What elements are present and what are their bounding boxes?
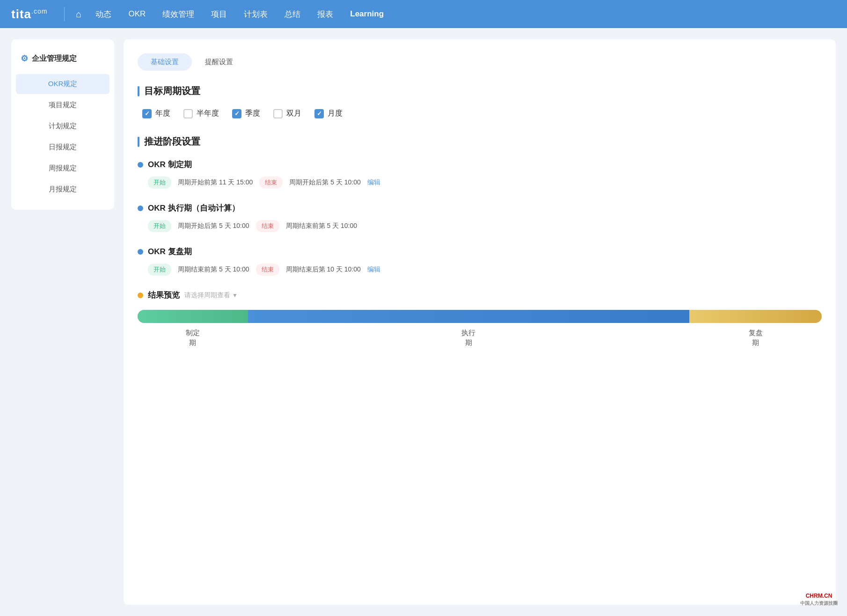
checkbox-bimonth[interactable]: 双月: [273, 109, 301, 118]
phase-formulation-end-text: 周期开始后第 5 天 10:00: [289, 178, 361, 187]
nav-item-baobiao[interactable]: 报表: [309, 0, 342, 28]
phase-review-dot: [138, 249, 143, 255]
phase-review-title: OKR 复盘期: [138, 246, 822, 257]
phase-review-end-text: 周期结束后第 10 天 10:00: [286, 265, 361, 274]
section-bar-icon: [138, 86, 139, 96]
phase-execution-row: 开始 周期开始后第 5 天 10:00 结束 周期结束前第 5 天 10:00: [138, 220, 822, 232]
nav-item-dongtai[interactable]: 动态: [87, 0, 120, 28]
sidebar-item-plan[interactable]: 计划规定: [16, 116, 110, 136]
result-preview-row: 结果预览 请选择周期查看 ▼: [138, 290, 822, 301]
result-select-placeholder: 请选择周期查看: [184, 291, 230, 300]
nav-item-learning[interactable]: Learning: [342, 0, 392, 28]
phase-execution-start-text: 周期开始后第 5 天 10:00: [178, 222, 249, 230]
progress-labels: 制定 期 执行 期 复盘 期: [138, 328, 822, 347]
phase-execution-dot: [138, 205, 143, 211]
checkbox-bimonth-box: [273, 109, 283, 118]
checkbox-annual[interactable]: ✓ 年度: [142, 109, 170, 118]
checkbox-halfyear-box: [183, 109, 193, 118]
phase-review-row: 开始 周期结束前第 5 天 10:00 结束 周期结束后第 10 天 10:00…: [138, 264, 822, 276]
sidebar-title: 企业管理规定: [32, 54, 77, 64]
phase-review-start-text: 周期结束前第 5 天 10:00: [178, 265, 249, 274]
phase-formulation-start-text: 周期开始前第 11 天 15:00: [178, 178, 253, 187]
phase-execution-end-badge: 结束: [256, 220, 279, 232]
nav-item-xiangmu[interactable]: 项目: [203, 0, 235, 28]
phase-formulation-start-badge: 开始: [148, 176, 171, 189]
phase-formulation-edit[interactable]: 编辑: [367, 178, 380, 187]
progress-segment-review: [689, 310, 822, 323]
checkbox-halfyear-label: 半年度: [197, 109, 219, 118]
progress-segment-execution: [248, 310, 689, 323]
progress-label-review: 复盘 期: [689, 328, 822, 347]
logo-text: tita: [11, 7, 31, 21]
sidebar-item-monthly[interactable]: 月报规定: [16, 179, 110, 199]
nav-item-zongjie[interactable]: 总结: [276, 0, 309, 28]
checkbox-monthly[interactable]: ✓ 月度: [314, 109, 343, 118]
watermark: CHRM.CN 中国人力资源技圈: [800, 592, 838, 607]
phase-review: OKR 复盘期 开始 周期结束前第 5 天 10:00 结束 周期结束后第 10…: [138, 246, 822, 276]
phase-execution-title: OKR 执行期（自动计算）: [138, 203, 822, 213]
cycle-section: 目标周期设置 ✓ 年度 半年度 ✓ 季度: [138, 85, 822, 118]
nav-divider: [64, 7, 65, 21]
nav-item-jihuabiao[interactable]: 计划表: [235, 0, 276, 28]
progress-bar: [138, 310, 822, 323]
checkbox-bimonth-label: 双月: [286, 109, 301, 118]
nav-item-jixiao[interactable]: 绩效管理: [154, 0, 203, 28]
checkbox-row: ✓ 年度 半年度 ✓ 季度 双月: [138, 109, 822, 118]
chevron-down-icon: ▼: [232, 292, 238, 299]
phase-execution-start-badge: 开始: [148, 220, 171, 232]
tab-reminder-settings[interactable]: 提醒设置: [192, 53, 246, 71]
result-cycle-select[interactable]: 请选择周期查看 ▼: [184, 291, 238, 300]
settings-icon: ⚙: [21, 53, 28, 64]
checkbox-annual-box: ✓: [142, 109, 152, 118]
result-dot: [138, 293, 143, 298]
phase-formulation-row: 开始 周期开始前第 11 天 15:00 结束 周期开始后第 5 天 10:00…: [138, 176, 822, 189]
phase-formulation-end-badge: 结束: [259, 176, 283, 189]
sidebar-item-project[interactable]: 项目规定: [16, 95, 110, 115]
progress-label-formulation: 制定 期: [138, 328, 248, 347]
phase-section-title: 推进阶段设置: [138, 135, 822, 148]
sidebar-item-okr[interactable]: OKR规定: [16, 74, 110, 94]
navigation: tita.com ⌂ 动态 OKR 绩效管理 项目 计划表 总结 报表 Lear…: [0, 0, 847, 28]
phase-execution-end-text: 周期结束前第 5 天 10:00: [286, 222, 358, 230]
checkbox-quarter-box: ✓: [232, 109, 241, 118]
phase-formulation-title: OKR 制定期: [138, 159, 822, 170]
phase-section: 推进阶段设置 OKR 制定期 开始 周期开始前第 11 天 15:00 结束 周…: [138, 135, 822, 347]
home-icon[interactable]: ⌂: [70, 9, 87, 20]
main-content: 基础设置 提醒设置 目标周期设置 ✓ 年度 半年度: [124, 39, 836, 605]
page-layout: ⚙ 企业管理规定 OKR规定 项目规定 计划规定 日报规定 周报规定 月报规定 …: [0, 28, 847, 616]
logo[interactable]: tita.com: [11, 7, 47, 22]
phase-review-edit[interactable]: 编辑: [367, 265, 380, 274]
progress-segment-formulation: [138, 310, 248, 323]
cycle-section-title: 目标周期设置: [138, 85, 822, 97]
result-preview-label: 结果预览: [148, 290, 180, 301]
logo-com: .com: [31, 7, 47, 15]
phase-section-bar-icon: [138, 137, 139, 147]
phase-formulation-dot: [138, 162, 143, 168]
tab-bar: 基础设置 提醒设置: [138, 53, 822, 71]
sidebar-item-weekly[interactable]: 周报规定: [16, 158, 110, 178]
checkbox-annual-label: 年度: [155, 109, 170, 118]
checkbox-halfyear[interactable]: 半年度: [183, 109, 219, 118]
tab-basic-settings[interactable]: 基础设置: [138, 53, 192, 71]
progress-container: 制定 期 执行 期 复盘 期: [138, 310, 822, 347]
sidebar-header: ⚙ 企业管理规定: [11, 49, 114, 73]
sidebar: ⚙ 企业管理规定 OKR规定 项目规定 计划规定 日报规定 周报规定 月报规定: [11, 39, 114, 210]
phase-execution: OKR 执行期（自动计算） 开始 周期开始后第 5 天 10:00 结束 周期结…: [138, 203, 822, 232]
checkbox-monthly-label: 月度: [328, 109, 343, 118]
progress-label-execution: 执行 期: [248, 328, 689, 347]
phase-review-start-badge: 开始: [148, 264, 171, 276]
checkbox-monthly-box: ✓: [314, 109, 324, 118]
checkbox-quarter[interactable]: ✓ 季度: [232, 109, 260, 118]
sidebar-item-daily[interactable]: 日报规定: [16, 137, 110, 157]
phase-formulation: OKR 制定期 开始 周期开始前第 11 天 15:00 结束 周期开始后第 5…: [138, 159, 822, 189]
phase-review-end-badge: 结束: [256, 264, 279, 276]
nav-item-okr[interactable]: OKR: [120, 0, 154, 28]
checkbox-quarter-label: 季度: [245, 109, 260, 118]
